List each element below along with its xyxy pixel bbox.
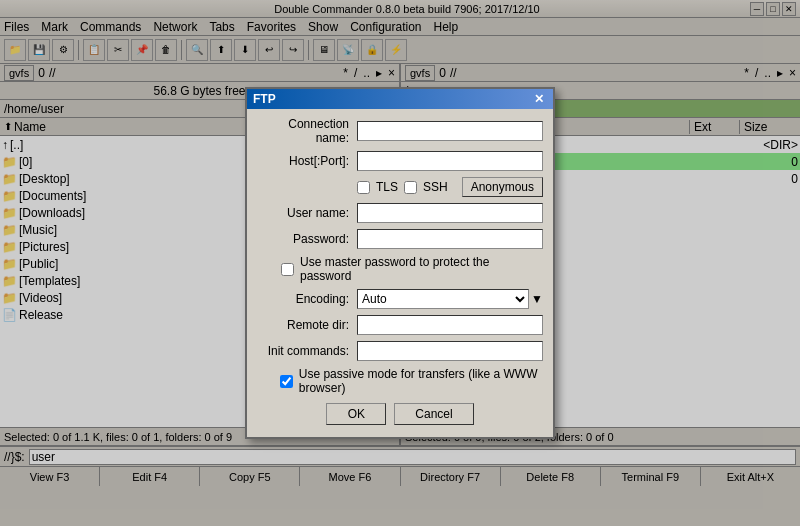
ok-button[interactable]: OK [326, 403, 386, 425]
init-cmds-input[interactable] [357, 341, 543, 361]
username-row: User name: [257, 203, 543, 223]
remote-dir-row: Remote dir: [257, 315, 543, 335]
cancel-button[interactable]: Cancel [394, 403, 473, 425]
ftp-dialog: FTP ✕ Connection name: Host[:Port]: TLS … [245, 87, 555, 439]
ssh-label: SSH [423, 180, 448, 194]
master-pw-row: Use master password to protect the passw… [257, 255, 543, 283]
passive-mode-checkbox[interactable] [280, 375, 293, 388]
host-port-input[interactable] [357, 151, 543, 171]
dialog-close-button[interactable]: ✕ [531, 91, 547, 107]
encoding-label: Encoding: [257, 292, 357, 306]
dialog-title-text: FTP [253, 92, 276, 106]
encoding-select[interactable]: Auto UTF-8 Latin-1 [357, 289, 529, 309]
master-pw-label: Use master password to protect the passw… [300, 255, 543, 283]
remote-dir-input[interactable] [357, 315, 543, 335]
username-input[interactable] [357, 203, 543, 223]
ssh-checkbox[interactable] [404, 181, 417, 194]
passive-mode-row: Use passive mode for transfers (like a W… [257, 367, 543, 395]
tls-checkbox[interactable] [357, 181, 370, 194]
init-cmds-label: Init commands: [257, 344, 357, 358]
init-cmds-row: Init commands: [257, 341, 543, 361]
connection-name-row: Connection name: [257, 117, 543, 145]
passive-mode-label: Use passive mode for transfers (like a W… [299, 367, 543, 395]
tls-ssh-row: TLS SSH Anonymous [257, 177, 543, 197]
tls-label: TLS [376, 180, 398, 194]
password-input[interactable] [357, 229, 543, 249]
encoding-dropdown-arrow: ▼ [531, 292, 543, 306]
password-label: Password: [257, 232, 357, 246]
connection-name-label: Connection name: [257, 117, 357, 145]
username-label: User name: [257, 206, 357, 220]
dialog-body: Connection name: Host[:Port]: TLS SSH An… [247, 109, 553, 437]
host-port-label: Host[:Port]: [257, 154, 357, 168]
remote-dir-label: Remote dir: [257, 318, 357, 332]
dialog-title-bar: FTP ✕ [247, 89, 553, 109]
connection-name-input[interactable] [357, 121, 543, 141]
password-row: Password: [257, 229, 543, 249]
master-pw-checkbox[interactable] [281, 263, 294, 276]
encoding-row: Encoding: Auto UTF-8 Latin-1 ▼ [257, 289, 543, 309]
dialog-overlay: FTP ✕ Connection name: Host[:Port]: TLS … [0, 0, 800, 526]
host-port-row: Host[:Port]: [257, 151, 543, 171]
anonymous-button[interactable]: Anonymous [462, 177, 543, 197]
dialog-footer: OK Cancel [257, 403, 543, 429]
